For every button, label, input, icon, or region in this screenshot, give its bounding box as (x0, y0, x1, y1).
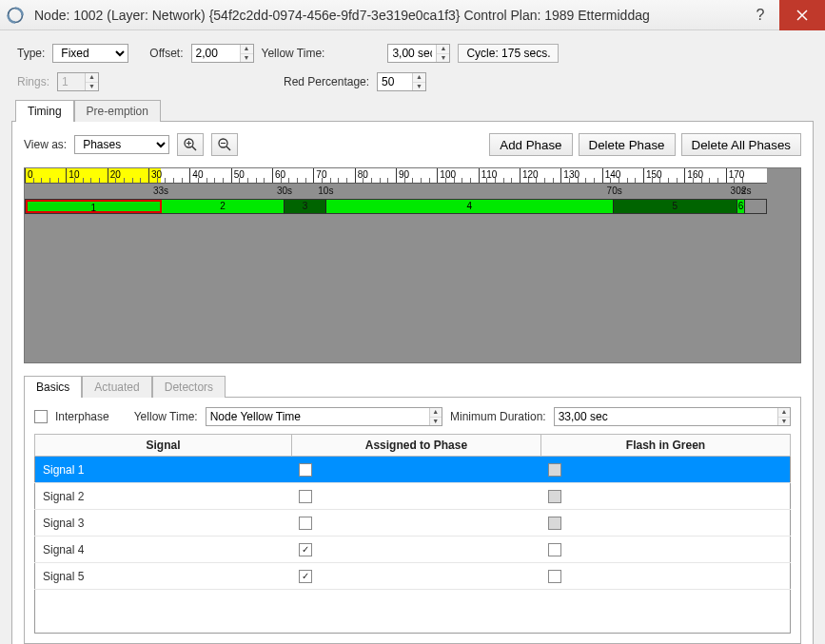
spin-up-icon[interactable]: ▲ (430, 408, 442, 418)
yellowtime-input[interactable] (388, 45, 436, 62)
top-row-2: Rings: ▲▼ Red Percentage: ▲▼ (0, 68, 825, 99)
node-yellowtime-spinner[interactable]: ▲▼ (206, 407, 442, 426)
flash-checkbox[interactable] (548, 517, 561, 530)
help-button[interactable]: ? (741, 0, 779, 30)
col-assigned[interactable]: Assigned to Phase (291, 435, 540, 457)
redpct-spinner[interactable]: ▲▼ (377, 72, 426, 91)
assigned-checkbox[interactable] (299, 463, 312, 477)
tab-actuated[interactable]: Actuated (82, 376, 151, 398)
timing-panel: View as: Phases Add Phase Delete Phase D… (11, 121, 814, 644)
spin-up-icon[interactable]: ▲ (413, 73, 425, 83)
phase-bar[interactable]: 123456 (25, 199, 767, 214)
phase-duration-label: 10s (318, 185, 333, 196)
table-row[interactable]: Signal 5✓ (35, 563, 791, 590)
zoom-out-button[interactable] (211, 133, 238, 156)
tab-preemption[interactable]: Pre-emption (74, 100, 161, 122)
phase-duration-label: 33s (153, 185, 168, 196)
titlebar: Node: 1002 (Layer: Network) {54f2c2dd-09… (0, 0, 825, 30)
viewas-select[interactable]: Phases (74, 135, 169, 154)
spin-up-icon[interactable]: ▲ (778, 408, 790, 418)
spin-down-icon: ▼ (86, 83, 98, 91)
flash-checkbox[interactable] (548, 543, 561, 556)
cycle-display: Cycle: 175 secs. (458, 44, 559, 63)
rings-spinner: ▲▼ (57, 72, 99, 91)
magnifier-minus-icon (217, 137, 232, 152)
phase-segment-1[interactable]: 1 (26, 200, 162, 213)
signals-table[interactable]: Signal Assigned to Phase Flash in Green … (34, 434, 791, 634)
app-logo (0, 0, 30, 30)
yellowtime-label: Yellow Time: (262, 47, 325, 60)
redpct-label: Red Percentage: (284, 75, 369, 88)
spin-down-icon[interactable]: ▼ (430, 418, 442, 426)
assigned-checkbox[interactable] (299, 490, 312, 503)
flash-checkbox[interactable] (548, 570, 561, 583)
main-tabs: Timing Pre-emption (0, 100, 825, 122)
svg-line-6 (226, 146, 230, 150)
phase-segment-6[interactable]: 6 (737, 200, 746, 213)
zoom-in-button[interactable] (177, 133, 204, 156)
assigned-checkbox[interactable]: ✓ (299, 570, 312, 583)
yellowtime-spinner[interactable]: ▲▼ (387, 44, 450, 63)
magnifier-plus-icon (183, 137, 198, 152)
phase-duration-label: 70s (607, 185, 622, 196)
flash-checkbox[interactable] (548, 463, 561, 477)
spin-up-icon[interactable]: ▲ (241, 45, 253, 54)
tab-timing[interactable]: Timing (15, 100, 74, 122)
col-flash[interactable]: Flash in Green (540, 435, 790, 457)
table-row[interactable]: Signal 4✓ (35, 537, 791, 563)
timeline-ruler: 0102030405060708090100110120130140150160… (25, 168, 767, 184)
offset-label: Offset: (149, 47, 183, 60)
table-row[interactable]: Signal 1 (35, 457, 791, 483)
phase-segment-2[interactable]: 2 (162, 200, 285, 213)
type-label: Type: (17, 47, 45, 60)
top-row-1: Type: Fixed Offset: ▲▼ Yellow Time: ▲▼ C… (0, 30, 825, 68)
col-signal[interactable]: Signal (35, 435, 292, 457)
spin-down-icon[interactable]: ▼ (437, 54, 449, 63)
type-select[interactable]: Fixed (52, 44, 128, 63)
viewas-label: View as: (24, 138, 67, 151)
timeline[interactable]: 0102030405060708090100110120130140150160… (24, 167, 801, 363)
signal-cell: Signal 1 (35, 457, 292, 483)
flash-checkbox[interactable] (548, 490, 561, 503)
mindur-input[interactable] (555, 408, 777, 425)
spin-down-icon[interactable]: ▼ (413, 83, 425, 91)
rings-input (58, 73, 85, 90)
spin-up-icon[interactable]: ▲ (437, 45, 449, 54)
bottom-tabs: Basics Actuated Detectors Interphase Yel… (24, 375, 801, 644)
mindur-spinner[interactable]: ▲▼ (554, 407, 791, 426)
assigned-checkbox[interactable]: ✓ (299, 543, 312, 556)
signal-cell: Signal 2 (35, 483, 292, 510)
interphase-checkbox[interactable] (34, 410, 48, 423)
offset-input[interactable] (192, 45, 240, 62)
delete-all-phases-button[interactable]: Delete All Phases (681, 133, 801, 156)
phase-segment-5[interactable]: 5 (614, 200, 737, 213)
signal-cell: Signal 5 (35, 563, 292, 590)
delete-phase-button[interactable]: Delete Phase (579, 133, 676, 156)
spin-down-icon[interactable]: ▼ (778, 418, 790, 426)
mindur-label: Minimum Duration: (450, 410, 546, 423)
redpct-input[interactable] (378, 73, 412, 90)
interphase-row: Interphase Yellow Time: ▲▼ Minimum Durat… (34, 407, 791, 426)
phase-segment-4[interactable]: 4 (326, 200, 615, 213)
phase-duration-label: 30s (277, 185, 292, 196)
view-row: View as: Phases Add Phase Delete Phase D… (24, 133, 801, 156)
basics-panel: Interphase Yellow Time: ▲▼ Minimum Durat… (24, 397, 801, 644)
assigned-checkbox[interactable] (299, 517, 312, 530)
phase-duration-label: 2s (741, 185, 752, 196)
phase-duration-labels: 33s30s10s70s30s2s (25, 185, 767, 197)
spin-up-icon: ▲ (86, 73, 98, 83)
yellowtime2-label: Yellow Time: (134, 410, 198, 423)
tab-detectors[interactable]: Detectors (152, 376, 226, 398)
phase-segment-3[interactable]: 3 (285, 200, 325, 213)
offset-spinner[interactable]: ▲▼ (191, 44, 254, 63)
signal-cell: Signal 4 (35, 537, 292, 563)
table-row[interactable]: Signal 2 (35, 483, 791, 510)
spin-down-icon[interactable]: ▼ (241, 54, 253, 63)
tab-basics[interactable]: Basics (24, 376, 82, 398)
table-row[interactable]: Signal 3 (35, 510, 791, 537)
signal-cell: Signal 3 (35, 510, 292, 537)
add-phase-button[interactable]: Add Phase (489, 133, 572, 156)
close-button[interactable] (779, 0, 825, 30)
interphase-label: Interphase (55, 410, 109, 423)
node-yellowtime-input[interactable] (206, 408, 429, 425)
